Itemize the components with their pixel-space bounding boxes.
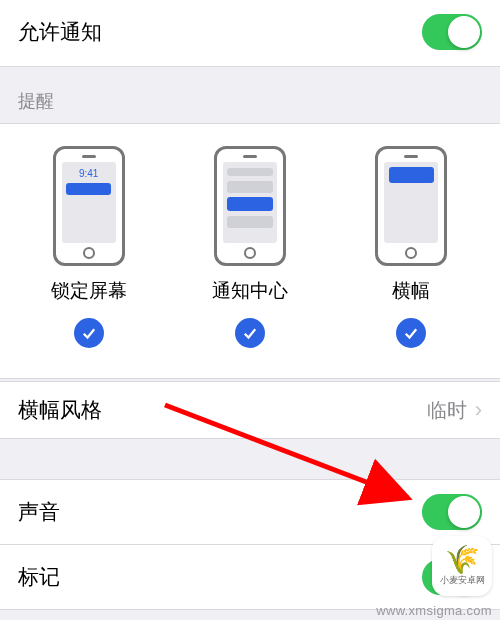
badges-toggle[interactable] — [422, 559, 482, 595]
alert-label-center: 通知中心 — [212, 278, 288, 304]
banner-style-row[interactable]: 横幅风格 临时 › — [0, 381, 500, 439]
alerts-section-header: 提醒 — [0, 67, 500, 123]
sounds-row: 声音 — [0, 479, 500, 545]
sounds-toggle[interactable] — [422, 494, 482, 530]
chevron-right-icon: › — [475, 397, 482, 423]
phone-icon — [375, 146, 447, 266]
alert-label-banners: 横幅 — [392, 278, 430, 304]
alert-option-banners[interactable]: 横幅 — [331, 146, 491, 348]
check-icon[interactable] — [396, 318, 426, 348]
allow-notifications-toggle[interactable] — [422, 14, 482, 50]
check-icon[interactable] — [235, 318, 265, 348]
alerts-panel: 9:41 锁定屏幕 通知中心 — [0, 123, 500, 379]
check-icon[interactable] — [74, 318, 104, 348]
banner-style-value: 临时 — [427, 397, 467, 424]
lock-time: 9:41 — [79, 168, 98, 179]
banner-style-label: 横幅风格 — [18, 396, 102, 424]
sounds-label: 声音 — [18, 498, 60, 526]
allow-notifications-row: 允许通知 — [0, 0, 500, 67]
alert-label-lockscreen: 锁定屏幕 — [51, 278, 127, 304]
phone-icon — [214, 146, 286, 266]
allow-notifications-label: 允许通知 — [18, 18, 102, 46]
alert-option-center[interactable]: 通知中心 — [170, 146, 330, 348]
alert-option-lockscreen[interactable]: 9:41 锁定屏幕 — [9, 146, 169, 348]
badges-label: 标记 — [18, 563, 60, 591]
badges-row: 标记 — [0, 545, 500, 610]
phone-icon: 9:41 — [53, 146, 125, 266]
